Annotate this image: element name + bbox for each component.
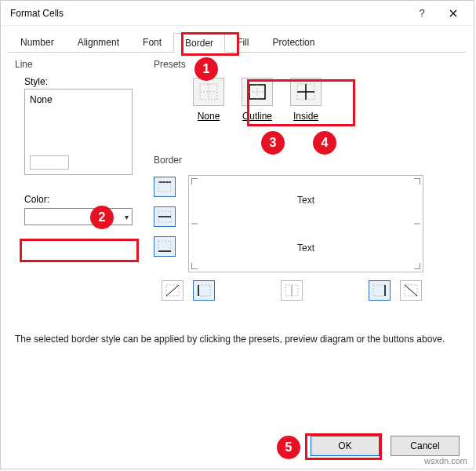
line-group-label: Line: [15, 59, 140, 70]
border-group-label: Border: [154, 155, 452, 166]
preview-text-2: Text: [297, 243, 314, 254]
dialog-body: Line Style: None Color: ▾ Presets None: [1, 53, 474, 68]
svg-rect-17: [198, 285, 210, 296]
watermark: wsxdn.com: [424, 456, 467, 466]
hint-text: The selected border style can be applied…: [15, 334, 445, 345]
preset-outline[interactable]: Outline: [242, 78, 273, 122]
svg-line-16: [166, 285, 179, 296]
svg-line-24: [405, 285, 417, 296]
help-button[interactable]: ?: [406, 2, 438, 24]
border-outline-icon: [248, 83, 267, 100]
border-bottom-button[interactable]: [154, 236, 176, 257]
border-inside-icon: [296, 83, 315, 100]
preset-none-button[interactable]: [193, 78, 224, 106]
preset-outline-label: Outline: [242, 111, 272, 122]
border-top-button[interactable]: [154, 177, 176, 197]
svg-rect-13: [158, 241, 171, 251]
ok-button[interactable]: OK: [311, 436, 380, 456]
border-right-button[interactable]: [369, 280, 391, 301]
tab-number[interactable]: Number: [9, 32, 66, 52]
close-button[interactable]: [438, 2, 469, 24]
tab-protection[interactable]: Protection: [260, 32, 326, 52]
style-value: None: [30, 94, 53, 105]
border-middle-h-icon: [158, 210, 172, 223]
format-cells-dialog: Format Cells ? Number Alignment Font Bor…: [0, 0, 474, 469]
cancel-button[interactable]: Cancel: [391, 436, 460, 456]
svg-rect-10: [158, 182, 171, 192]
tab-fill[interactable]: Fill: [225, 32, 260, 52]
style-swatch: [30, 155, 69, 170]
border-group: Border Text Text: [154, 155, 452, 312]
close-icon: [449, 9, 457, 17]
preset-inside-button[interactable]: [290, 78, 322, 106]
preset-outline-button[interactable]: [242, 78, 273, 106]
titlebar: Format Cells ?: [1, 1, 474, 26]
border-bottom-icon: [158, 240, 172, 253]
callout-box-color: [20, 239, 139, 262]
border-none-icon: [199, 83, 218, 100]
color-label: Color:: [24, 194, 140, 205]
border-middle-v-button[interactable]: [281, 280, 303, 301]
border-diag-down-button[interactable]: [400, 280, 422, 301]
color-dropdown[interactable]: ▾: [24, 208, 133, 225]
border-left-button[interactable]: [193, 280, 215, 301]
preset-inside[interactable]: Inside: [290, 78, 322, 122]
callout-3: 3: [261, 131, 285, 155]
tab-font[interactable]: Font: [131, 32, 173, 52]
preset-inside-label: Inside: [293, 111, 318, 122]
border-middle-v-icon: [285, 284, 299, 297]
style-label: Style:: [24, 76, 140, 87]
presets-group: Presets None Outline: [154, 59, 452, 122]
preset-none[interactable]: None: [193, 78, 224, 122]
presets-label: Presets: [154, 59, 452, 70]
border-right-icon: [372, 284, 387, 297]
border-diag-up-icon: [165, 284, 180, 297]
window-title: Format Cells: [10, 8, 406, 19]
style-listbox[interactable]: None: [24, 89, 133, 175]
button-bar: OK Cancel: [311, 436, 460, 456]
callout-4: 4: [313, 131, 336, 155]
border-diag-down-icon: [404, 284, 418, 297]
tab-bar: Number Alignment Font Border Fill Protec…: [9, 32, 466, 53]
line-group: Line Style: None Color: ▾: [15, 59, 140, 225]
border-preview[interactable]: Text Text: [188, 175, 423, 272]
svg-rect-21: [373, 285, 385, 296]
callout-5: 5: [277, 436, 300, 459]
tab-border[interactable]: Border: [173, 33, 225, 53]
border-diag-up-button[interactable]: [162, 280, 183, 301]
border-left-icon: [197, 284, 211, 297]
chevron-down-icon: ▾: [125, 213, 129, 221]
border-top-icon: [158, 181, 172, 193]
preview-text-1: Text: [297, 195, 314, 206]
tab-alignment[interactable]: Alignment: [66, 32, 131, 52]
border-middle-h-button[interactable]: [154, 206, 176, 227]
preset-none-label: None: [198, 111, 220, 122]
